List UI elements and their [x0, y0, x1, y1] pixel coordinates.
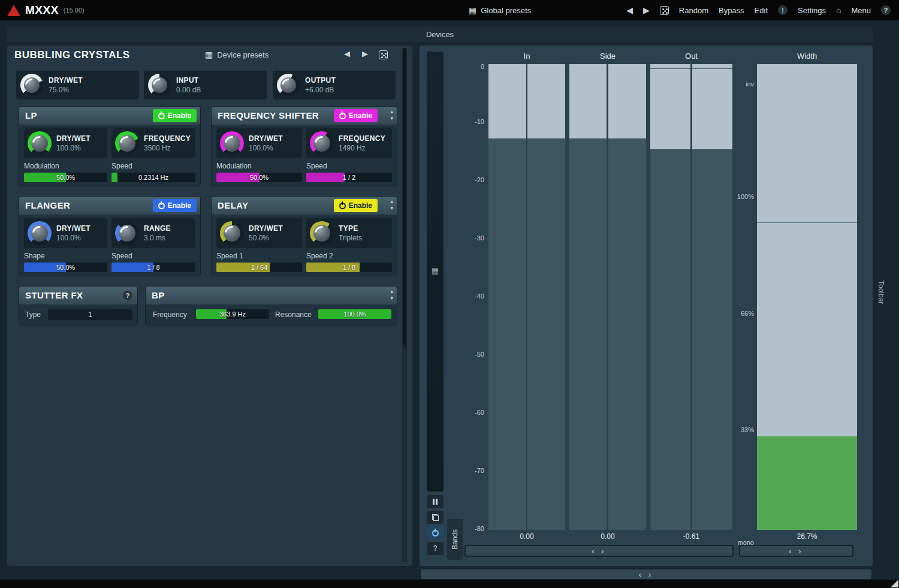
lp-drywet-knob[interactable] [28, 131, 52, 155]
bp-reorder-spinner[interactable]: ▴▾ [390, 288, 393, 301]
module-title: STUTTER FX [25, 290, 83, 300]
flanger-enable-button[interactable]: Enable [153, 199, 197, 212]
bp-resonance-bar[interactable]: 100.0% [318, 309, 391, 319]
random-button[interactable]: Random [679, 6, 708, 15]
fs-speed-bar[interactable]: 1 / 2 [306, 173, 392, 182]
meter-power-button[interactable] [427, 526, 444, 539]
device-panel-scrollbar[interactable] [402, 48, 407, 562]
knob-face [31, 225, 48, 242]
knob-face [313, 135, 330, 152]
width-marker-line [757, 222, 857, 223]
hscroll-arrows-icon: ‹ › [639, 570, 653, 579]
meter-range-slider[interactable]: ▦ [427, 52, 444, 491]
flanger-speed-bar[interactable]: 1 / 8 [111, 263, 195, 272]
edit-button[interactable]: Edit [755, 6, 768, 15]
width-value: 26.7% [757, 532, 857, 541]
scrollbar-thumb[interactable]: ‹ › [421, 569, 871, 579]
next-preset-icon[interactable]: ▶ [643, 5, 650, 15]
lp-speed-bar[interactable]: 0.2314 Hz [111, 173, 195, 182]
module-stutter-header: STUTTER FX ? [19, 287, 137, 304]
randomize-dice-icon[interactable] [660, 6, 669, 15]
menu-button[interactable]: Menu [851, 6, 871, 15]
delay-type-group: TYPETriplets [306, 218, 392, 248]
lp-drywet-group: DRY/WET100.0% [24, 128, 107, 158]
hscroll-arrows-icon: ‹ › [789, 547, 803, 556]
knob-value: 3500 Hz [144, 144, 191, 152]
main-drywet-knob[interactable] [20, 74, 43, 97]
fs-frequency-knob[interactable] [310, 131, 334, 155]
app-title: MXXX [25, 4, 59, 17]
bottom-hscrollbar[interactable]: ‹ › [420, 568, 873, 580]
scrollbar-thumb[interactable]: ‹ › [466, 546, 732, 556]
bottom-strip [0, 580, 899, 588]
meter-layout-button[interactable] [427, 511, 444, 524]
lp-modulation-bar[interactable]: 50.0% [24, 173, 107, 182]
main-output-knob[interactable] [277, 74, 300, 97]
alert-icon[interactable]: ! [778, 5, 788, 15]
help-icon[interactable]: ? [881, 5, 891, 15]
spinner-down-icon: ▾ [390, 295, 393, 301]
bp-frequency-bar[interactable]: 363.9 Hz [196, 309, 269, 319]
knob-value: 0.00 dB [176, 86, 201, 94]
device-randomize-dice-icon[interactable] [379, 50, 388, 59]
knob-face [280, 77, 296, 93]
bypass-button[interactable]: Bypass [719, 6, 744, 15]
device-prev-icon[interactable]: ◀ [344, 49, 350, 58]
delay-enable-button[interactable]: Enable [334, 199, 378, 212]
fs-modulation-bar[interactable]: 50.0% [216, 173, 302, 182]
knob-value: 50.0% [249, 234, 283, 242]
help-icon: ? [433, 544, 438, 553]
home-icon[interactable]: ⌂ [836, 5, 841, 15]
lp-frequency-knob[interactable] [115, 131, 139, 155]
fs-enable-button[interactable]: Enable [334, 109, 378, 122]
device-presets-button[interactable]: ▦ Device presets [205, 50, 269, 59]
module-fs-header: FREQUENCY SHIFTER Enable ▴▾ [212, 107, 397, 125]
settings-button[interactable]: Settings [798, 6, 826, 15]
enable-label: Enable [168, 111, 191, 120]
knob-face [152, 77, 167, 93]
main-input-knob[interactable] [148, 74, 171, 97]
width-hscrollbar[interactable]: ‹ › [739, 545, 853, 557]
global-presets-button[interactable]: ▦ Global presets [469, 0, 531, 20]
bands-tab-label: Bands [451, 529, 459, 550]
in-peak-value: 0.00 [488, 532, 565, 541]
db-tick: -80 [475, 525, 484, 532]
delay-speed1-bar[interactable]: 1 / 64 [216, 263, 302, 272]
scrollbar-thumb[interactable] [403, 48, 406, 346]
delay-speed2-bar[interactable]: 1 / 8 [306, 263, 392, 272]
tab-toolbar[interactable]: Toolbar [877, 281, 885, 304]
stutter-help-icon[interactable]: ? [123, 291, 132, 300]
fs-frequency-group: FREQUENCY1490 Hz [306, 128, 392, 158]
resize-grip[interactable] [891, 580, 898, 587]
meter-pause-button[interactable] [427, 495, 444, 508]
knob-label: FREQUENCY [339, 134, 385, 143]
flanger-range-knob[interactable] [115, 221, 139, 245]
delay-drywet-knob[interactable] [220, 221, 244, 245]
stutter-type-field[interactable]: 1 [48, 309, 132, 320]
flanger-shape-bar[interactable]: 50.0% [24, 263, 107, 272]
spinner-up-icon: ▴ [390, 288, 393, 295]
knob-label: RANGE [144, 224, 171, 233]
module-stutter-fx: STUTTER FX ? Type 1 [19, 287, 137, 325]
meter-fill [569, 138, 607, 530]
bar-label: Frequency [153, 310, 187, 319]
width-tick: 100% [737, 193, 754, 200]
module-title: DELAY [218, 200, 248, 210]
db-tick: -60 [475, 409, 484, 416]
meter-group-label-width: Width [757, 52, 857, 61]
fs-drywet-knob[interactable] [220, 131, 244, 155]
lp-enable-button[interactable]: Enable [153, 109, 197, 122]
flanger-drywet-knob[interactable] [28, 221, 52, 245]
prev-preset-icon[interactable]: ◀ [626, 5, 633, 15]
scrollbar-thumb[interactable]: ‹ › [740, 546, 852, 556]
device-next-icon[interactable]: ▶ [362, 49, 368, 58]
delay-reorder-spinner[interactable]: ▴▾ [390, 198, 393, 212]
device-panel-header: BUBBLING CRYSTALS ▦ Device presets ◀ ▶ ? [7, 46, 412, 65]
width-fill [757, 436, 857, 530]
delay-type-knob[interactable] [310, 221, 334, 245]
fs-reorder-spinner[interactable]: ▴▾ [390, 108, 393, 122]
meter-hscrollbar[interactable]: ‹ › [464, 545, 734, 557]
tab-devices[interactable]: Devices [408, 30, 472, 39]
meter-help-button[interactable]: ? [427, 542, 444, 555]
db-scale: 0 -10 -20 -30 -40 -50 -60 -70 -80 [455, 64, 484, 530]
